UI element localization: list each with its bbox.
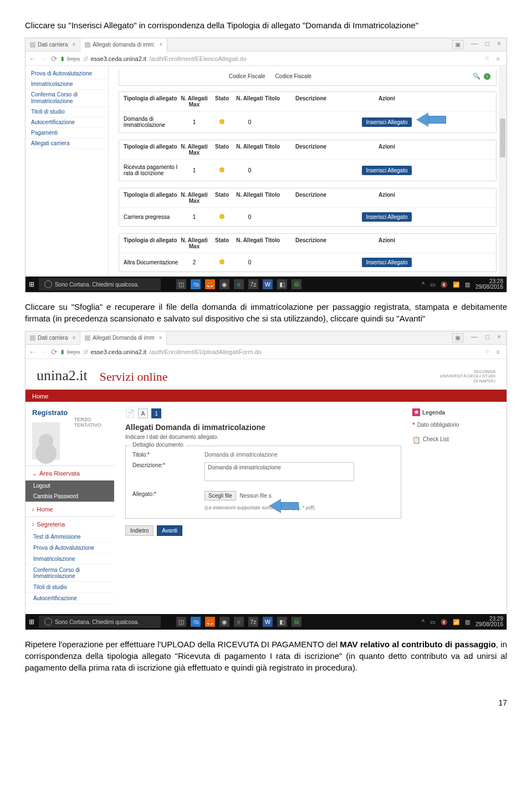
sidebar-item-cambia-password[interactable]: Cambia Password bbox=[25, 491, 114, 502]
volume-icon[interactable]: 🔇 bbox=[441, 619, 447, 625]
forward-icon[interactable]: → bbox=[40, 54, 48, 63]
windows-start-icon[interactable]: ⊞ bbox=[29, 618, 34, 626]
sidebar-item[interactable]: Test di Ammissione bbox=[25, 531, 114, 543]
store-icon[interactable]: 🛍 bbox=[191, 617, 201, 627]
close-icon[interactable]: × bbox=[72, 42, 75, 48]
th-nall: N. Allegati bbox=[234, 192, 265, 204]
sidebar-item[interactable]: Prova di Autovalutazione bbox=[25, 543, 114, 554]
sidebar-item[interactable]: Immatricolazione bbox=[25, 79, 108, 90]
person-icon[interactable]: ▣ bbox=[452, 40, 463, 49]
sidebar-item[interactable]: Titoli di studio bbox=[25, 582, 114, 593]
store-icon[interactable]: 🛍 bbox=[191, 279, 201, 289]
close-window-icon[interactable]: × bbox=[497, 333, 501, 342]
sidebar-item[interactable]: Autocertificazione bbox=[25, 117, 108, 128]
tab-dati-carriera[interactable]: Dati carriera× bbox=[25, 331, 80, 345]
firefox-icon[interactable]: 🦊 bbox=[205, 617, 215, 627]
tab-dati-carriera[interactable]: Dati carriera× bbox=[25, 38, 80, 52]
back-icon[interactable]: ← bbox=[29, 54, 37, 63]
indietro-button[interactable]: Indietro bbox=[125, 525, 154, 536]
page-subtitle: Indicare i dati del documento allegato. bbox=[125, 434, 401, 440]
menu-icon[interactable]: ≡ bbox=[493, 349, 503, 355]
menubar: Home bbox=[25, 391, 507, 402]
cortana-search[interactable]: Sono Cortana. Chiedimi qualcosa. bbox=[39, 616, 161, 628]
ie-icon[interactable]: e bbox=[234, 279, 244, 289]
tab-allegati[interactable]: Allegati domanda di imm:× bbox=[80, 38, 167, 52]
firefox-icon[interactable]: 🦊 bbox=[205, 279, 215, 289]
url-input[interactable]: ▮ bxps :// esse3.ceda.unina2.it /auth/En… bbox=[61, 55, 478, 62]
minimize-icon[interactable]: — bbox=[471, 40, 478, 49]
th-az: Azioni bbox=[354, 192, 420, 204]
star-icon[interactable]: ☆ bbox=[484, 348, 490, 355]
sidebar-item-logout[interactable]: Logout bbox=[25, 480, 114, 491]
maximize-icon[interactable]: □ bbox=[485, 40, 489, 49]
app-icon[interactable]: ◧ bbox=[277, 617, 287, 627]
notifications-icon[interactable]: ▥ bbox=[465, 619, 470, 625]
cortana-search[interactable]: Sono Cortana. Chiedimi qualcosa. bbox=[39, 278, 161, 290]
back-icon[interactable]: ← bbox=[29, 347, 37, 356]
university-name: SECONDAUNIVERSITÀ DEGLI STUDIDI NAPOLI bbox=[440, 370, 495, 384]
step-a: A bbox=[138, 408, 148, 418]
notifications-icon[interactable]: ▥ bbox=[465, 282, 470, 288]
inserisci-allegato-button[interactable]: Inserisci Allegato bbox=[362, 166, 411, 175]
clock[interactable]: 23:2929/08/2016 bbox=[475, 616, 503, 627]
scegli-file-button[interactable]: Scegli file bbox=[204, 491, 236, 500]
reload-icon[interactable]: ⟳ bbox=[51, 347, 58, 356]
person-icon[interactable]: ▣ bbox=[452, 333, 463, 342]
clock[interactable]: 23:2829/08/2016 bbox=[475, 279, 503, 290]
sidebar-item[interactable]: Titoli di studio bbox=[25, 107, 108, 117]
app-icon[interactable]: ◧ bbox=[277, 279, 287, 289]
sidebar-item[interactable]: Conferma Corso di Immatricolazione bbox=[25, 90, 108, 107]
word-icon[interactable]: W bbox=[263, 617, 273, 627]
section-segreteria[interactable]: Segreteria bbox=[25, 517, 114, 531]
close-icon[interactable]: × bbox=[72, 335, 75, 341]
magnify-icon[interactable]: 🔍 bbox=[473, 73, 480, 80]
wifi-icon[interactable]: 📶 bbox=[453, 282, 459, 288]
forward-icon[interactable]: → bbox=[40, 347, 48, 356]
app-icon[interactable]: 7z bbox=[248, 279, 258, 289]
nav-home[interactable]: Home bbox=[32, 393, 48, 400]
sidebar-item[interactable]: Allegati carriera bbox=[25, 139, 108, 149]
tray-icon[interactable]: ▭ bbox=[430, 619, 435, 625]
section-area-riservata[interactable]: Area Riservata bbox=[25, 466, 114, 480]
task-view-icon[interactable]: ◫ bbox=[176, 617, 186, 627]
star-icon[interactable]: ☆ bbox=[484, 55, 490, 62]
ie-icon[interactable]: e bbox=[234, 617, 244, 627]
inserisci-allegato-button[interactable]: Inserisci Allegato bbox=[362, 212, 411, 222]
menu-icon[interactable]: ≡ bbox=[493, 55, 503, 62]
avanti-button[interactable]: Avanti bbox=[157, 525, 182, 536]
word-icon[interactable]: W bbox=[263, 279, 273, 289]
close-window-icon[interactable]: × bbox=[497, 40, 501, 49]
scrollbar[interactable] bbox=[499, 66, 507, 277]
app-icon[interactable]: 7z bbox=[248, 617, 258, 627]
td-tipo: Altra Documentazione bbox=[124, 259, 179, 265]
section-home[interactable]: Home bbox=[25, 502, 114, 516]
inserisci-allegato-button[interactable]: Inserisci Allegato bbox=[362, 258, 411, 267]
reload-icon[interactable]: ⟳ bbox=[51, 54, 58, 63]
minimize-icon[interactable]: — bbox=[471, 333, 478, 342]
sidebar-item[interactable]: Conferma Corso di Immatricolazione bbox=[25, 565, 114, 582]
wifi-icon[interactable]: 📶 bbox=[453, 619, 459, 625]
sidebar-item[interactable]: Pagamenti bbox=[25, 128, 108, 139]
chrome-icon[interactable]: ◉ bbox=[219, 279, 229, 289]
tray-icon[interactable]: ^ bbox=[422, 619, 424, 625]
url-input[interactable]: ▮ bxps :// esse3.ceda.unina2.it /auth/En… bbox=[61, 349, 478, 355]
tray-icon[interactable]: ▭ bbox=[430, 282, 435, 288]
sidebar: Registrato TERZO TENTATIVO Area Riservat… bbox=[25, 402, 114, 604]
info-icon[interactable]: i bbox=[484, 73, 490, 80]
chrome-icon[interactable]: ◉ bbox=[219, 617, 229, 627]
maximize-icon[interactable]: □ bbox=[485, 333, 489, 342]
sidebar-item[interactable]: Prova di Autovalutazione bbox=[25, 69, 108, 79]
tab-allegati[interactable]: Allegati Domanda di imm× bbox=[80, 331, 167, 345]
task-view-icon[interactable]: ◫ bbox=[176, 279, 186, 289]
app-icon[interactable]: 🏛 bbox=[291, 279, 301, 289]
volume-icon[interactable]: 🔇 bbox=[441, 282, 447, 288]
descrizione-textarea[interactable]: Domanda di immatricolazione bbox=[204, 462, 354, 481]
sidebar-item[interactable]: Autocertificazione bbox=[25, 593, 114, 604]
close-icon[interactable]: × bbox=[158, 335, 162, 341]
sidebar-item[interactable]: Immatricolazione bbox=[25, 554, 114, 565]
windows-start-icon[interactable]: ⊞ bbox=[29, 280, 34, 288]
tray-icon[interactable]: ^ bbox=[422, 282, 424, 288]
close-icon[interactable]: × bbox=[160, 42, 163, 48]
app-icon[interactable]: 🏛 bbox=[291, 617, 301, 627]
inserisci-allegato-button[interactable]: Inserisci Allegato bbox=[362, 117, 411, 127]
